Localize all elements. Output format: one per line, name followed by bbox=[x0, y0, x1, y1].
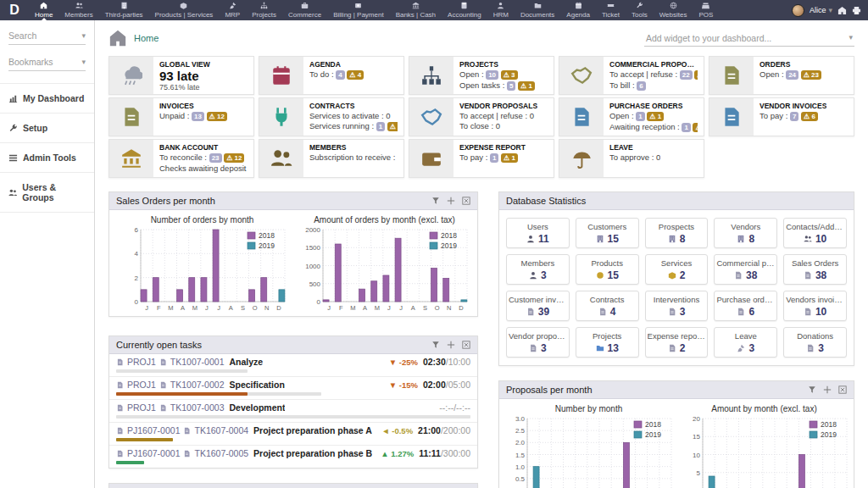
stat-contacts-addres[interactable]: Contacts/Addres...10 bbox=[783, 218, 847, 248]
kpi-purchase-orders[interactable]: PURCHASE ORDERSOpen : 1 ⚠ 1Awaiting rece… bbox=[559, 97, 704, 136]
stat-projects[interactable]: Projects13 bbox=[576, 327, 639, 358]
late-badge[interactable]: ⚠ 12 bbox=[224, 153, 244, 163]
project-ref[interactable]: PJ1607-0001 bbox=[127, 448, 180, 458]
stat-services[interactable]: Services2 bbox=[645, 254, 709, 285]
nav-item-pos[interactable]: POS bbox=[693, 0, 719, 20]
count-badge[interactable]: 1 bbox=[376, 122, 385, 131]
stat-members[interactable]: Members3 bbox=[506, 254, 570, 285]
late-badge[interactable]: ⚠ 3 bbox=[501, 70, 518, 80]
stat-sales-orders[interactable]: Sales Orders38 bbox=[783, 254, 847, 285]
move-widget-icon[interactable] bbox=[823, 385, 832, 394]
kpi-agenda[interactable]: AGENDATo do : 4 ⚠ 4 bbox=[259, 56, 404, 95]
stat-donations[interactable]: Donations3 bbox=[783, 327, 847, 358]
count-badge[interactable]: 4 bbox=[336, 70, 344, 80]
app-logo[interactable]: D bbox=[0, 0, 29, 20]
nav-item-hrm[interactable]: HRM bbox=[487, 0, 515, 20]
count-badge[interactable]: 24 bbox=[786, 70, 798, 80]
task-ref[interactable]: TK1607-0005 bbox=[194, 448, 248, 458]
stat-prospects[interactable]: Prospects8 bbox=[645, 218, 709, 248]
move-widget-icon[interactable] bbox=[447, 341, 455, 349]
late-badge[interactable]: ⚠ 1 bbox=[693, 123, 698, 132]
late-badge[interactable]: ⚠ 1 bbox=[518, 81, 535, 91]
kpi-vendor-proposals[interactable]: VENDOR PROPOSALSTo accept | refuse : 0To… bbox=[409, 97, 554, 136]
breadcrumb-label[interactable]: Home bbox=[134, 33, 159, 43]
user-avatar[interactable] bbox=[792, 4, 804, 17]
stat-expense-reports[interactable]: Expense reports2 bbox=[645, 327, 709, 358]
nav-item-mrp[interactable]: MRP bbox=[219, 0, 246, 20]
count-badge[interactable]: 22 bbox=[680, 70, 693, 80]
nav-item-tools[interactable]: Tools bbox=[626, 0, 654, 20]
nav-item-documents[interactable]: Documents bbox=[515, 0, 560, 20]
stat-customers[interactable]: Customers15 bbox=[576, 218, 639, 248]
sidebar-item-setup[interactable]: Setup bbox=[0, 113, 94, 142]
stat-vendors-invoices[interactable]: Vendors invoices10 bbox=[783, 291, 847, 321]
task-ref[interactable]: TK1607-0004 bbox=[194, 425, 248, 435]
count-badge[interactable]: 5 bbox=[507, 81, 515, 91]
nav-item-banks-cash[interactable]: Banks | Cash bbox=[390, 0, 442, 20]
close-widget-icon[interactable] bbox=[462, 197, 470, 205]
kpi-bank-account[interactable]: BANK ACCOUNTTo reconcile : 23 ⚠ 12Checks… bbox=[108, 139, 254, 178]
print-icon[interactable] bbox=[852, 6, 861, 15]
count-badge[interactable]: 1 bbox=[636, 112, 644, 121]
kpi-commercial-proposals[interactable]: COMMERCIAL PROPOSALSTo accept | refuse :… bbox=[559, 56, 704, 95]
late-badge[interactable]: ⚠ 22 bbox=[694, 70, 698, 80]
count-badge[interactable]: 6 bbox=[637, 81, 645, 91]
close-widget-icon[interactable] bbox=[838, 385, 847, 394]
stat-interventions[interactable]: Interventions3 bbox=[645, 291, 709, 321]
task-ref[interactable]: TK1007-0002 bbox=[170, 380, 225, 390]
late-badge[interactable]: ⚠ 1 bbox=[387, 122, 398, 131]
nav-item-members[interactable]: Members bbox=[58, 0, 98, 20]
late-badge[interactable]: ⚠ 6 bbox=[801, 112, 818, 121]
kpi-projects[interactable]: PROJECTSOpen : 10 ⚠ 3Open tasks : 5 ⚠ 1 bbox=[409, 56, 554, 95]
search-dropdown[interactable]: Search▾ bbox=[8, 29, 86, 45]
project-ref[interactable]: PROJ1 bbox=[127, 402, 156, 413]
nav-item-products-services[interactable]: Products | Services bbox=[149, 0, 220, 20]
sidebar-item-my-dashboard[interactable]: My Dashboard bbox=[0, 83, 94, 113]
late-badge[interactable]: ⚠ 1 bbox=[647, 112, 664, 121]
kpi-expense-report[interactable]: EXPENSE REPORTTo pay : 1 ⚠ 1 bbox=[409, 139, 554, 178]
home-shortcut-icon[interactable] bbox=[837, 6, 847, 15]
task-row[interactable]: PROJ1TK1007-0003Development--:--/--:-- bbox=[109, 399, 477, 422]
stat-vendor-proposal[interactable]: Vendor proposal3 bbox=[506, 327, 570, 358]
stat-vendors[interactable]: Vendors8 bbox=[714, 218, 777, 248]
late-badge[interactable]: ⚠ 12 bbox=[207, 112, 227, 121]
kpi-orders[interactable]: ORDERSOpen : 24 ⚠ 23 bbox=[709, 56, 854, 95]
nav-item-commerce[interactable]: Commerce bbox=[282, 0, 327, 20]
sidebar-item-users-groups[interactable]: Users & Groups bbox=[0, 172, 94, 213]
late-badge[interactable]: ⚠ 23 bbox=[801, 70, 821, 80]
late-badge[interactable]: ⚠ 1 bbox=[501, 153, 518, 163]
kpi-global-view[interactable]: GLOBAL VIEW93 late75.61% late bbox=[108, 56, 254, 95]
count-badge[interactable]: 23 bbox=[209, 153, 222, 163]
count-badge[interactable]: 7 bbox=[790, 112, 798, 121]
nav-item-websites[interactable]: Websites bbox=[654, 0, 693, 20]
move-widget-icon[interactable] bbox=[447, 197, 455, 205]
breadcrumb-home[interactable] bbox=[108, 29, 127, 48]
sidebar-item-admin-tools[interactable]: Admin Tools bbox=[0, 142, 94, 172]
bookmarks-dropdown[interactable]: Bookmarks▾ bbox=[8, 55, 86, 71]
count-badge[interactable]: 13 bbox=[192, 112, 204, 121]
task-row[interactable]: PROJ1TK1007-0001Analyze▼ -25%02:30/10:00 bbox=[109, 354, 477, 376]
kpi-contracts[interactable]: CONTRACTSServices to activate : 0Service… bbox=[259, 97, 404, 136]
filter-icon[interactable] bbox=[431, 341, 440, 349]
kpi-leave[interactable]: LEAVETo approve : 0 bbox=[559, 139, 704, 178]
count-badge[interactable]: 1 bbox=[682, 123, 690, 132]
count-badge[interactable]: 10 bbox=[486, 70, 498, 80]
task-row[interactable]: PROJ1TK1007-0002Specification▼ -15%02:00… bbox=[109, 376, 477, 399]
nav-item-projects[interactable]: Projects bbox=[246, 0, 282, 20]
nav-item-ticket[interactable]: Ticket bbox=[596, 0, 626, 20]
stat-contracts[interactable]: Contracts4 bbox=[576, 291, 639, 321]
count-badge[interactable]: 1 bbox=[490, 153, 498, 163]
nav-item-billing-payment[interactable]: Billing | Payment bbox=[327, 0, 389, 20]
kpi-members[interactable]: MEMBERSSubscription to receive : 2 ⚠ 2 bbox=[259, 139, 404, 178]
task-ref[interactable]: TK1007-0001 bbox=[170, 357, 225, 367]
stat-purchase-orders[interactable]: Purchase orders6 bbox=[714, 291, 777, 321]
filter-icon[interactable] bbox=[808, 385, 816, 394]
close-widget-icon[interactable] bbox=[462, 341, 470, 349]
nav-item-agenda[interactable]: Agenda bbox=[560, 0, 596, 20]
task-row[interactable]: PJ1607-0001TK1607-0004Project preparatio… bbox=[109, 422, 477, 445]
stat-products[interactable]: Products15 bbox=[576, 254, 639, 285]
project-ref[interactable]: PROJ1 bbox=[127, 380, 156, 390]
stat-customer-invoices[interactable]: Customer invoices39 bbox=[506, 291, 570, 321]
stat-leave[interactable]: Leave3 bbox=[714, 327, 777, 358]
late-badge[interactable]: ⚠ 4 bbox=[347, 70, 364, 80]
